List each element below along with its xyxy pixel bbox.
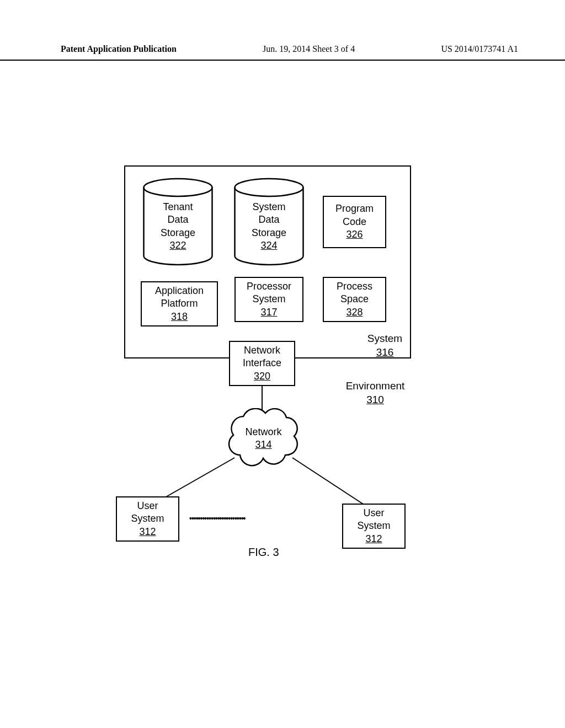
network-cloud: Network 314 xyxy=(221,408,306,469)
network-interface-box: Network Interface 320 xyxy=(229,341,295,386)
user1-l1: User xyxy=(137,500,158,512)
user2-l1: User xyxy=(363,507,384,520)
app-l1: Application xyxy=(155,285,204,297)
page-header: Patent Application Publication Jun. 19, … xyxy=(0,44,565,61)
prog-ref: 326 xyxy=(346,228,363,241)
netif-l2: Interface xyxy=(243,357,281,370)
env-ref: 310 xyxy=(337,393,414,407)
sysdata-ref: 324 xyxy=(232,239,306,252)
pspace-l1: Process xyxy=(337,280,372,293)
header-date-sheet: Jun. 19, 2014 Sheet 3 of 4 xyxy=(263,44,355,54)
sysdata-l3: Storage xyxy=(232,227,306,239)
figure-caption: FIG. 3 xyxy=(248,546,279,559)
proc-l1: Processor xyxy=(247,280,291,293)
proc-l2: System xyxy=(252,293,285,306)
syslabel-ref: 316 xyxy=(361,346,408,360)
svg-point-3 xyxy=(144,179,212,196)
header-pub-number: US 2014/0173741 A1 xyxy=(441,44,518,54)
pspace-ref: 328 xyxy=(346,306,363,319)
svg-point-4 xyxy=(235,179,303,196)
system-data-storage-cylinder: System Data Storage 324 xyxy=(232,178,306,266)
user-system-left-box: User System 312 xyxy=(116,496,179,542)
sysdata-l2: Data xyxy=(232,213,306,226)
tenant-l2: Data xyxy=(141,213,215,226)
sysdata-l1: System xyxy=(232,201,306,213)
process-space-box: Process Space 328 xyxy=(323,277,386,322)
net-ref: 314 xyxy=(221,438,306,451)
application-platform-box: Application Platform 318 xyxy=(141,281,218,326)
program-code-box: Program Code 326 xyxy=(323,196,386,248)
header-publication: Patent Application Publication xyxy=(61,44,177,54)
tenant-l3: Storage xyxy=(141,227,215,239)
prog-l1: Program xyxy=(335,202,374,215)
env-l1: Environment xyxy=(337,379,414,393)
ellipsis-dots: •••••••••••••••••••••••••• xyxy=(189,514,245,523)
netif-ref: 320 xyxy=(254,370,270,383)
user-system-right-box: User System 312 xyxy=(342,504,406,549)
user1-ref: 312 xyxy=(139,526,156,538)
proc-ref: 317 xyxy=(260,306,277,319)
tenant-data-storage-cylinder: Tenant Data Storage 322 xyxy=(141,178,215,266)
user2-ref: 312 xyxy=(365,533,382,545)
tenant-l1: Tenant xyxy=(141,201,215,213)
net-l1: Network xyxy=(221,426,306,438)
environment-label: Environment 310 xyxy=(337,379,414,406)
netif-l1: Network xyxy=(244,344,280,357)
system-316-label: System 316 xyxy=(361,332,408,359)
processor-system-box: Processor System 317 xyxy=(234,277,303,322)
syslabel-l1: System xyxy=(361,332,408,346)
user1-l2: System xyxy=(131,512,164,525)
app-ref: 318 xyxy=(171,311,188,323)
prog-l2: Code xyxy=(343,216,366,228)
tenant-ref: 322 xyxy=(141,239,215,252)
app-l2: Platform xyxy=(161,297,198,310)
figure-3-diagram: Tenant Data Storage 322 System Data Stor… xyxy=(124,165,417,568)
pspace-l2: Space xyxy=(340,293,369,306)
user2-l2: System xyxy=(357,520,390,532)
